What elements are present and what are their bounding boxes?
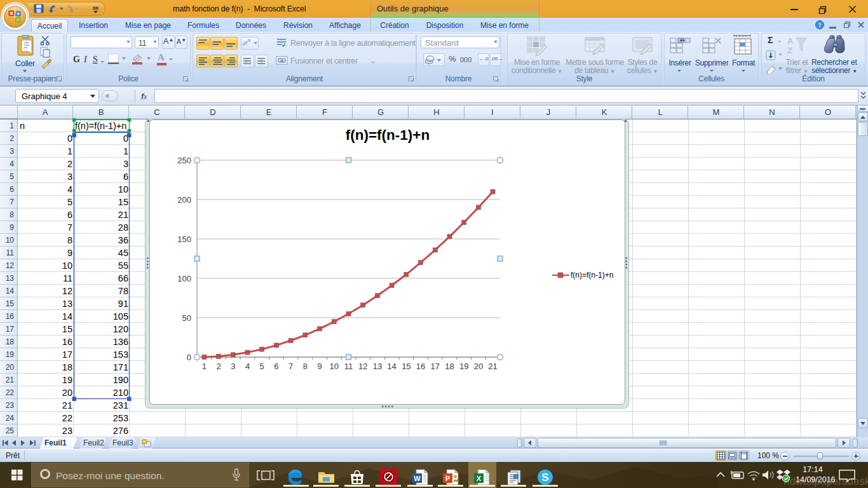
- svg-text:f(n)=f(n-1)+n: f(n)=f(n-1)+n: [346, 127, 430, 143]
- svg-text:5: 5: [260, 362, 264, 371]
- svg-text:50: 50: [182, 313, 191, 323]
- svg-text:0: 0: [187, 353, 191, 362]
- svg-text:W: W: [414, 475, 421, 482]
- svg-text:6: 6: [274, 362, 278, 371]
- svg-text:4: 4: [245, 362, 250, 371]
- svg-text:15: 15: [402, 362, 410, 371]
- svg-text:10: 10: [330, 362, 339, 371]
- svg-text:16: 16: [416, 362, 425, 371]
- svg-text:A: A: [787, 36, 794, 46]
- svg-text:ab: ab: [240, 39, 248, 48]
- svg-text:18: 18: [445, 362, 454, 371]
- svg-text:11: 11: [344, 362, 353, 371]
- svg-text:2: 2: [216, 362, 220, 371]
- svg-text:1: 1: [202, 362, 207, 371]
- svg-text:200: 200: [177, 195, 191, 205]
- svg-text:P: P: [445, 475, 450, 482]
- svg-text:17: 17: [431, 362, 440, 371]
- svg-text:150: 150: [177, 234, 191, 244]
- svg-text:S: S: [541, 471, 548, 484]
- svg-text:7: 7: [288, 362, 293, 371]
- svg-text:100: 100: [177, 274, 191, 283]
- svg-text:9: 9: [317, 362, 322, 371]
- svg-text:?: ?: [818, 22, 822, 29]
- svg-text:21: 21: [488, 362, 497, 371]
- svg-text:X: X: [477, 475, 482, 482]
- svg-text:3: 3: [231, 362, 235, 371]
- svg-text:250: 250: [177, 156, 191, 165]
- svg-text:20: 20: [474, 362, 483, 371]
- svg-text:14: 14: [387, 362, 396, 371]
- svg-text:8: 8: [303, 362, 308, 371]
- svg-text:19: 19: [459, 362, 468, 371]
- svg-text:f(n)=f(n-1)+n: f(n)=f(n-1)+n: [571, 271, 613, 280]
- svg-text:Z: Z: [787, 46, 792, 55]
- svg-text:a: a: [281, 58, 283, 63]
- svg-text:12: 12: [358, 362, 367, 371]
- svg-text:13: 13: [373, 362, 382, 371]
